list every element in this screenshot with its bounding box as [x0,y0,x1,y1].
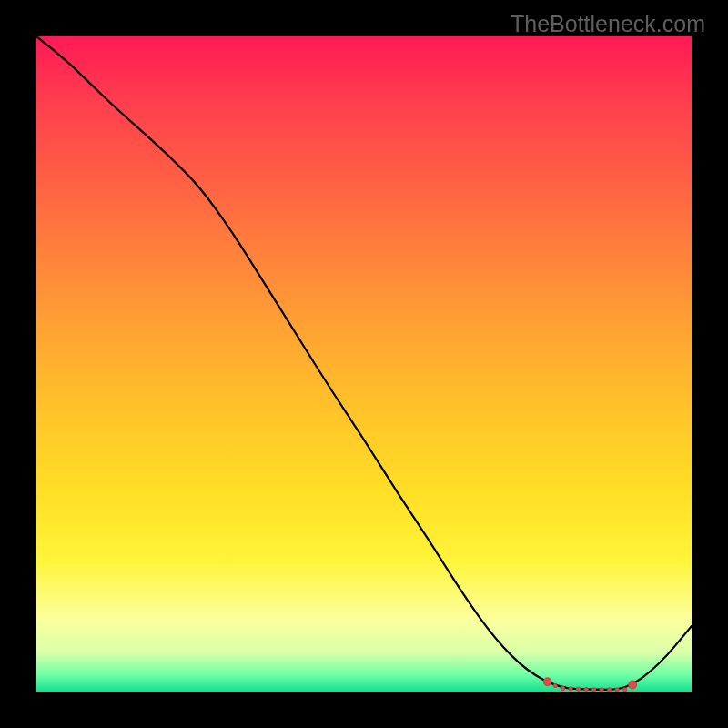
chart-svg [36,36,692,692]
chart-plot-area [36,36,692,692]
marker-point [543,678,551,686]
marker-point [584,687,588,691]
marker-point [622,688,626,692]
marker-point [600,688,603,692]
marker-point [576,687,580,691]
marker-point [615,688,619,692]
marker-point [561,686,564,690]
marker-point [592,688,595,692]
marker-point [569,687,572,691]
marker-point [607,688,611,692]
marker-point [553,683,557,687]
marker-point [629,681,637,689]
chart-line [36,36,692,690]
watermark-text: TheBottleneck.com [511,11,705,37]
